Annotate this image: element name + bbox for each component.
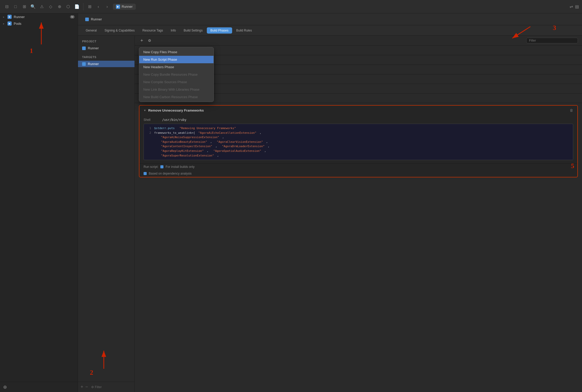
menu-headers[interactable]: New Headers Phase: [139, 63, 214, 71]
code-line-4: "AgoraAudioBeautyExtension", "AgoraClear…: [147, 140, 570, 144]
search-icon[interactable]: 🔍: [29, 3, 37, 10]
code-frameworks-var: frameworks_to_weaklink=[: [154, 131, 195, 135]
tab-info[interactable]: Info: [167, 27, 179, 34]
filter-input[interactable]: [526, 38, 578, 43]
dependency-label: Based on dependency analysis: [149, 172, 192, 175]
content-area: Runner General Signing & Capabilities Re…: [78, 13, 582, 392]
phases-area: + ⚙ New Copy Files Phase New Run Script …: [135, 36, 582, 392]
tag-icon[interactable]: ⬡: [65, 3, 72, 10]
pane-bottom: + − ⚙ Filter: [78, 382, 135, 392]
layout-icon[interactable]: ⊞: [21, 3, 28, 10]
main-layout: ▸ ▶ Runner M ▸ ▶ Pods 1 ⊕: [0, 13, 582, 392]
project-pane: PROJECT Runner TARGETS Runner: [78, 36, 135, 392]
annotation-1: 1: [30, 47, 33, 55]
runner-badge: M: [70, 15, 75, 19]
target-runner-item[interactable]: Runner: [78, 61, 135, 67]
remove-phase-title: Remove Unnecessary Frameworks: [148, 108, 568, 112]
nav-forward-icon[interactable]: ›: [104, 3, 111, 10]
remove-chevron-icon: ▼: [144, 109, 146, 112]
code-agora4: "AgoraClearVisionExtension": [217, 140, 263, 144]
stop-icon[interactable]: □: [12, 3, 19, 10]
install-only-label: For install builds only: [166, 165, 194, 169]
line-num-7: [147, 153, 151, 158]
line-num-6: [147, 149, 151, 153]
annotation-3: 3: [553, 24, 556, 32]
line-num-3: [147, 135, 151, 140]
phase-row-remove[interactable]: ▼ Remove Unnecessary Frameworks 🗑: [139, 106, 577, 115]
sidebar-runner-label: Runner: [14, 15, 25, 19]
dependency-checkbox[interactable]: [144, 172, 147, 175]
app-icon: ▶: [116, 5, 120, 9]
sidebar-pods-label: Pods: [14, 22, 21, 26]
code-agora9: "AgoraSuperResolutionExtension": [154, 153, 214, 158]
annotation-2: 2: [90, 369, 93, 377]
grid-icon[interactable]: ⊞: [86, 3, 93, 10]
pane-filter-icon[interactable]: ⚙ Filter: [91, 385, 102, 389]
run-script-label: Run script:: [144, 165, 158, 169]
remove-delete-icon[interactable]: 🗑: [570, 108, 573, 112]
tab-general[interactable]: General: [82, 27, 100, 34]
project-section-label: PROJECT: [78, 39, 135, 45]
sidebar-item-pods[interactable]: ▸ ▶ Pods: [0, 20, 78, 27]
menu-run-script[interactable]: New Run Script Phase: [139, 56, 214, 63]
code-agora7: "AgoraReplayKitExtension": [154, 149, 204, 153]
project-item-label: Runner: [88, 46, 99, 50]
tab-signing[interactable]: Signing & Capabilities: [101, 27, 138, 34]
panel-layout-icon[interactable]: ▤: [575, 4, 579, 9]
sidebar-bottom-icon: ⊕: [3, 384, 7, 390]
menu-copy-files[interactable]: New Copy Files Phase: [139, 48, 214, 56]
shell-value: /usr/bin/ruby: [162, 118, 186, 122]
warning-icon[interactable]: ⚠: [38, 3, 45, 10]
tab-bar: General Signing & Capabilities Resource …: [78, 25, 582, 36]
sidebar-item-runner[interactable]: ▸ ▶ Runner M: [0, 13, 78, 20]
split-view-icon[interactable]: ⇌: [570, 4, 573, 9]
diamond-icon[interactable]: ◇: [47, 3, 54, 10]
project-runner-item[interactable]: Runner: [78, 45, 135, 51]
code-agora3: "AgoraAudioBeautyExtension": [154, 140, 207, 144]
script-content: Shell /usr/bin/ruby 1 $stderr.puts "Remo…: [139, 115, 577, 163]
phase-dropdown: New Copy Files Phase New Run Script Phas…: [139, 47, 214, 102]
pane-add-icon[interactable]: +: [81, 384, 83, 390]
code-agora5: "AgoraContentInspectExtension": [154, 144, 212, 149]
menu-link-binary: New Link Binary With Libraries Phase: [139, 86, 214, 93]
line-num-4: [147, 140, 151, 144]
code-stderr: $stderr.puts: [154, 126, 175, 131]
tab-resource-tags[interactable]: Resource Tags: [139, 27, 167, 34]
gear-icon[interactable]: ⚙: [147, 38, 152, 43]
active-tab-title[interactable]: ▶ Runner: [113, 4, 136, 10]
code-line-3: "AgoraAiNoiseSuppressionExtension",: [147, 135, 570, 140]
tab-build-rules[interactable]: Build Rules: [233, 27, 256, 34]
line-num-1: 1: [147, 126, 151, 131]
toolbar-left-icons: ⊟ □ ⊞ 🔍 ⚠ ◇ ⊕ ⬡ 📄 ⊞ ‹ ›: [3, 3, 111, 10]
tab-build-phases[interactable]: Build Phases: [207, 27, 232, 34]
selected-phase-container: ▼ Remove Unnecessary Frameworks 🗑 Shell …: [139, 105, 578, 177]
runner-chevron-icon: ▸: [3, 15, 4, 18]
project-icon: [82, 46, 86, 50]
shell-row: Shell /usr/bin/ruby: [144, 118, 573, 122]
pane-remove-icon[interactable]: −: [85, 384, 88, 390]
code-line-6: "AgoraReplayKitExtension", "AgoraSpatial…: [147, 149, 570, 153]
menu-build-carbon: New Build Carbon Resources Phase: [139, 93, 214, 101]
target-icon: [82, 62, 86, 66]
line-num-5: [147, 144, 151, 149]
code-line-1: 1 $stderr.puts "Removing Unnecessary Fra…: [147, 126, 570, 131]
memory-icon[interactable]: ⊕: [56, 3, 63, 10]
install-only-checkbox[interactable]: [160, 165, 163, 168]
doc-icon[interactable]: 📄: [73, 3, 81, 10]
toolbar-separator-1: [83, 3, 83, 10]
code-line-7: "AgoraSuperResolutionExtension",: [147, 153, 570, 158]
nav-back-icon[interactable]: ‹: [95, 3, 102, 10]
content-split: PROJECT Runner TARGETS Runner: [78, 36, 582, 392]
add-phase-button[interactable]: +: [139, 38, 145, 43]
run-script-row: Run script: For install builds only: [139, 163, 577, 170]
sidebar-bottom: ⊕: [0, 382, 78, 392]
nav-breadcrumb: Runner: [82, 17, 105, 21]
tab-build-settings[interactable]: Build Settings: [180, 27, 206, 34]
pods-chevron-icon: ▸: [3, 22, 4, 25]
sidebar-toggle-icon[interactable]: ⊟: [3, 3, 10, 10]
code-string-1: "Removing Unnecessary Frameworks": [178, 126, 236, 131]
code-agora6: "AgoraDrmLoaderExtension": [222, 144, 265, 149]
menu-compile-sources: New Compile Sources Phase: [139, 78, 214, 86]
target-runner-label: Runner: [88, 62, 99, 66]
runner-app-icon: ▶: [7, 15, 12, 19]
